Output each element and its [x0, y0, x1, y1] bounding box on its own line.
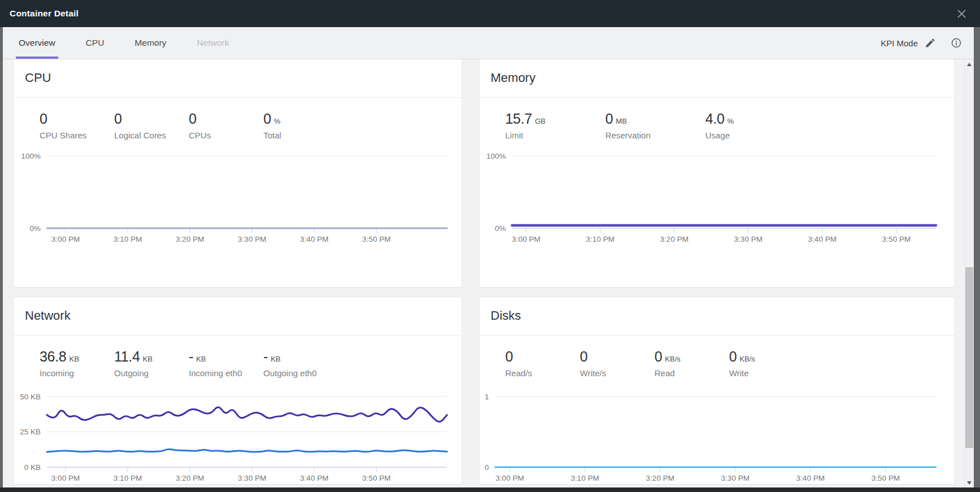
stat-reservation: 0MBReservation — [605, 111, 705, 140]
stat-label: Logical Cores — [114, 130, 189, 140]
kpi-mode-area: KPI Mode — [881, 27, 974, 59]
stat-label: Usage — [705, 130, 805, 140]
stat-value: 0% — [263, 111, 338, 127]
cpu-card-header: CPU — [14, 59, 462, 98]
stat-label: Write — [729, 368, 804, 378]
stat-label: Incoming eth0 — [189, 368, 263, 378]
svg-text:3:20 PM: 3:20 PM — [176, 474, 204, 482]
stat-value: 0MB — [605, 111, 705, 127]
svg-text:3:00 PM: 3:00 PM — [51, 235, 80, 243]
scroll-up-button[interactable] — [965, 59, 974, 69]
svg-text:0%: 0% — [29, 224, 41, 233]
window-bottom-edge — [0, 487, 980, 492]
disks-card-title: Disks — [491, 308, 521, 323]
disks-stats-row: 0Read/s0Write/s0KB/sRead0KB/sWrite — [479, 349, 955, 378]
container-detail-modal: Overview CPU Memory Network KPI Mode CPU… — [3, 27, 974, 487]
svg-text:3:50 PM: 3:50 PM — [871, 474, 900, 482]
disks-io-chart: 103:00 PM3:10 PM3:20 PM3:30 PM3:40 PM3:5… — [479, 390, 956, 486]
stat-label: Read — [654, 368, 729, 378]
svg-text:3:40 PM: 3:40 PM — [796, 474, 825, 482]
stat-unit: KB/s — [740, 355, 755, 363]
network-card-header: Network — [14, 297, 462, 336]
svg-text:3:20 PM: 3:20 PM — [646, 474, 674, 482]
svg-text:3:30 PM: 3:30 PM — [238, 235, 266, 243]
scroll-down-button[interactable] — [965, 478, 974, 487]
vertical-scrollbar[interactable] — [964, 59, 974, 487]
memory-card-title: Memory — [491, 71, 535, 85]
stat-unit: MB — [616, 117, 627, 125]
stat-label: Outgoing eth0 — [263, 368, 338, 378]
stat-unit: KB — [143, 355, 153, 363]
tab-network[interactable]: Network — [195, 27, 231, 59]
stat-value: 0 — [40, 111, 114, 127]
tab-overview[interactable]: Overview — [17, 27, 57, 59]
stat-incoming-eth0: -KBIncoming eth0 — [189, 349, 263, 378]
svg-text:3:20 PM: 3:20 PM — [176, 235, 204, 243]
stat-incoming: 36.8KBIncoming — [40, 349, 114, 378]
svg-text:3:50 PM: 3:50 PM — [362, 474, 391, 482]
scroll-down-icon — [967, 481, 972, 485]
stat-cpus: 0CPUs — [189, 111, 263, 140]
svg-text:3:40 PM: 3:40 PM — [300, 235, 328, 243]
stat-value: 4.0% — [705, 111, 805, 127]
stat-unit: KB — [196, 355, 206, 363]
stat-unit: KB/s — [665, 355, 680, 363]
stat-unit: KB — [69, 355, 79, 363]
memory-stats-row: 15.7GBLimit0MBReservation4.0%Usage — [479, 111, 955, 140]
pencil-icon[interactable] — [925, 37, 936, 49]
stat-value: 0KB/s — [729, 349, 804, 365]
stat-label: Total — [263, 130, 338, 140]
svg-text:3:40 PM: 3:40 PM — [808, 235, 836, 243]
stat-label: Reservation — [605, 130, 705, 140]
svg-text:3:10 PM: 3:10 PM — [571, 474, 599, 482]
memory-usage-chart: 100%0%3:00 PM3:10 PM3:20 PM3:30 PM3:40 P… — [479, 150, 956, 250]
stat-write-s: 0Write/s — [580, 349, 654, 378]
stat-value: 36.8KB — [40, 349, 114, 365]
stat-value: 11.4KB — [114, 349, 189, 365]
cpu-card: CPU 0CPU Shares0Logical Cores0CPUs0%Tota… — [13, 59, 462, 288]
svg-text:3:30 PM: 3:30 PM — [734, 235, 762, 243]
stat-cpu-shares: 0CPU Shares — [40, 111, 114, 140]
stat-unit: KB — [271, 355, 280, 363]
network-traffic-chart: 50 KB25 KB0 KB3:00 PM3:10 PM3:20 PM3:30 … — [14, 390, 463, 486]
stat-label: CPU Shares — [40, 130, 114, 140]
stat-usage: 4.0%Usage — [705, 111, 805, 140]
scrollbar-thumb[interactable] — [965, 267, 973, 448]
stat-write: 0KB/sWrite — [729, 349, 804, 378]
stat-unit: % — [274, 117, 281, 125]
memory-card-header: Memory — [479, 59, 955, 98]
cpu-card-title: CPU — [25, 71, 51, 85]
modal-titlebar: Container Detail — [0, 0, 980, 27]
close-icon[interactable] — [956, 8, 968, 20]
stat-label: Incoming — [40, 368, 114, 378]
stat-unit: % — [727, 117, 734, 125]
svg-text:50 KB: 50 KB — [20, 393, 41, 401]
network-card: Network 36.8KBIncoming11.4KBOutgoing-KBI… — [13, 297, 462, 485]
svg-text:1: 1 — [484, 393, 489, 401]
network-card-title: Network — [25, 308, 71, 323]
stat-label: Write/s — [580, 368, 654, 378]
disks-card-header: Disks — [479, 297, 955, 336]
memory-card: Memory 15.7GBLimit0MBReservation4.0%Usag… — [479, 59, 955, 288]
svg-text:3:40 PM: 3:40 PM — [300, 474, 328, 482]
stat-outgoing-eth0: -KBOutgoing eth0 — [263, 349, 338, 378]
svg-text:3:10 PM: 3:10 PM — [586, 235, 614, 243]
svg-text:3:30 PM: 3:30 PM — [238, 474, 266, 482]
cpu-stats-row: 0CPU Shares0Logical Cores0CPUs0%Total — [14, 111, 462, 140]
disks-card: Disks 0Read/s0Write/s0KB/sRead0KB/sWrite… — [479, 297, 955, 485]
tab-cpu[interactable]: CPU — [84, 27, 106, 59]
stat-value: 0 — [189, 111, 263, 127]
stat-value: 15.7GB — [505, 111, 605, 127]
stat-value: -KB — [263, 349, 338, 365]
network-stats-row: 36.8KBIncoming11.4KBOutgoing-KBIncoming … — [14, 349, 462, 378]
stat-logical-cores: 0Logical Cores — [114, 111, 189, 140]
info-icon[interactable] — [951, 37, 962, 49]
tab-memory[interactable]: Memory — [133, 27, 168, 59]
svg-text:100%: 100% — [486, 152, 506, 160]
svg-text:3:50 PM: 3:50 PM — [362, 235, 391, 243]
stat-value: 0KB/s — [654, 349, 729, 365]
stat-read: 0KB/sRead — [654, 349, 729, 378]
svg-text:25 KB: 25 KB — [20, 428, 41, 436]
svg-text:3:00 PM: 3:00 PM — [512, 235, 540, 243]
svg-text:0: 0 — [484, 463, 489, 472]
